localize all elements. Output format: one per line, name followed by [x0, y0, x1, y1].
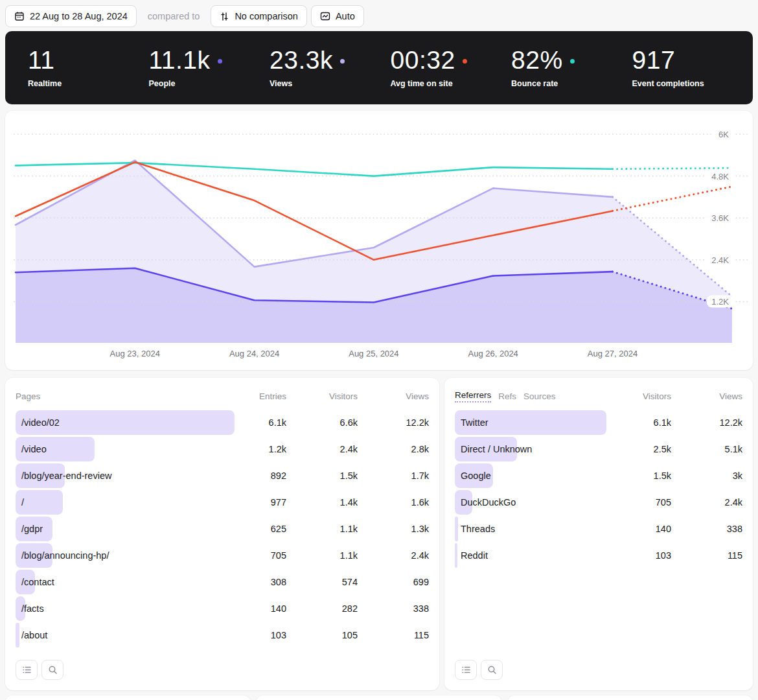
stat-dot [463, 59, 467, 64]
referrers-card-footer [455, 660, 742, 680]
row-link[interactable]: Threads [455, 517, 606, 541]
table-row: /video/026.1k6.6k12.2k [16, 410, 429, 435]
stats-bar: 11 Realtime 11.1k People 23.3k Views 00:… [5, 31, 753, 104]
row-label: Reddit [455, 550, 488, 561]
pages-table-body: /video/026.1k6.6k12.2k/video1.2k2.4k2.8k… [16, 410, 429, 649]
row-link[interactable]: /video/02 [16, 410, 235, 435]
x-axis-label: Aug 26, 2024 [468, 349, 518, 358]
toolbar: 22 Aug to 28 Aug, 2024 compared to No co… [5, 5, 753, 27]
date-range-label: 22 Aug to 28 Aug, 2024 [30, 11, 128, 21]
views-value: 12.2k [358, 417, 429, 428]
row-link[interactable]: Direct / Unknown [455, 437, 606, 461]
views-value: 2.4k [671, 497, 742, 508]
search-button[interactable] [481, 660, 503, 680]
row-link[interactable]: / [16, 490, 235, 515]
entries-value: 1.2k [235, 444, 286, 454]
stat-bounce-rate[interactable]: 82% Bounce rate [511, 47, 632, 89]
row-link[interactable]: Twitter [455, 410, 606, 435]
comparison-button[interactable]: No comparison [211, 5, 307, 27]
bottom-card [5, 695, 251, 700]
stat-people[interactable]: 11.1k People [149, 47, 270, 89]
row-link[interactable]: /facts [16, 596, 235, 621]
row-label: DuckDuckGo [455, 497, 516, 508]
row-link[interactable]: /video [16, 437, 235, 461]
entries-value: 625 [235, 524, 286, 534]
table-row: Threads140338 [455, 517, 742, 541]
row-link[interactable]: /blog/announcing-hp/ [16, 543, 235, 568]
visitors-value: 2.5k [606, 444, 671, 454]
column-header-visitors[interactable]: Visitors [606, 391, 671, 401]
search-button[interactable] [41, 660, 63, 680]
tab-referrers[interactable]: Referrers [455, 390, 491, 402]
pages-card-footer [16, 660, 429, 680]
referrers-card: Referrers Refs Sources Visitors Views Tw… [444, 378, 753, 690]
stat-value: 00:32 [391, 47, 455, 74]
entries-value: 892 [235, 471, 286, 481]
stat-value: 11.1k [149, 47, 211, 74]
tab-refs[interactable]: Refs [498, 391, 516, 401]
entries-value: 308 [235, 577, 286, 587]
column-header-views[interactable]: Views [671, 391, 742, 401]
stat-label: Realtime [28, 79, 149, 88]
traffic-chart[interactable]: 6K4.8K3.6K2.4K1.2KAug 23, 2024Aug 24, 20… [5, 111, 753, 370]
column-header-entries[interactable]: Entries [235, 391, 286, 401]
table-row: /contact308574699 [16, 570, 429, 594]
x-axis-label: Aug 23, 2024 [110, 349, 160, 358]
bottom-cards-row [5, 695, 753, 700]
stat-label: Views [270, 79, 391, 88]
row-link[interactable]: /about [16, 623, 235, 648]
row-link[interactable]: Reddit [455, 543, 606, 568]
visitors-value: 140 [606, 524, 671, 534]
row-label: /video/02 [16, 417, 60, 428]
list-view-button[interactable] [455, 660, 477, 680]
table-row: Twitter6.1k12.2k [455, 410, 742, 435]
row-label: Twitter [455, 417, 488, 428]
row-label: /video [16, 444, 47, 454]
pages-title: Pages [16, 391, 235, 401]
table-row: /blog/announcing-hp/7051.1k2.4k [16, 543, 429, 568]
views-value: 338 [671, 524, 742, 534]
views-value: 12.2k [671, 417, 742, 428]
visitors-value: 1.5k [286, 471, 358, 481]
views-value: 1.7k [358, 471, 429, 481]
tab-sources[interactable]: Sources [523, 391, 556, 401]
row-label: /gdpr [16, 524, 43, 534]
y-axis-label: 1.2K [707, 296, 733, 308]
tables-row: Pages Entries Visitors Views /video/026.… [5, 378, 753, 690]
row-link[interactable]: Google [455, 463, 606, 488]
visitors-value: 1.1k [286, 524, 358, 534]
stat-value: 917 [632, 47, 676, 74]
row-link[interactable]: /gdpr [16, 517, 235, 541]
row-link[interactable]: /contact [16, 570, 235, 594]
entries-value: 6.1k [235, 417, 286, 428]
row-link[interactable]: DuckDuckGo [455, 490, 606, 515]
list-view-button[interactable] [16, 660, 38, 680]
calendar-icon [14, 11, 25, 21]
stat-realtime[interactable]: 11 Realtime [28, 47, 149, 89]
row-link[interactable]: /blog/year-end-review [16, 463, 235, 488]
y-axis-label: 3.6K [707, 212, 733, 224]
y-axis-label: 6K [714, 128, 733, 141]
display-mode-label: Auto [336, 11, 355, 21]
referrers-table-header: Referrers Refs Sources Visitors Views [455, 388, 742, 404]
row-label: / [16, 497, 24, 508]
views-value: 699 [358, 577, 429, 587]
stat-views[interactable]: 23.3k Views [270, 47, 391, 89]
stat-label: People [149, 79, 270, 88]
visitors-value: 1.4k [286, 497, 358, 508]
stat-event-completions[interactable]: 917 Event completions [632, 47, 753, 89]
views-value: 338 [358, 603, 429, 614]
column-header-views[interactable]: Views [358, 391, 429, 401]
pages-table-header: Pages Entries Visitors Views [16, 388, 429, 404]
visitors-value: 1.5k [606, 471, 671, 481]
date-range-button[interactable]: 22 Aug to 28 Aug, 2024 [5, 5, 137, 27]
bottom-card [507, 695, 753, 700]
column-header-visitors[interactable]: Visitors [286, 391, 358, 401]
traffic-chart-card: 6K4.8K3.6K2.4K1.2KAug 23, 2024Aug 24, 20… [5, 111, 753, 370]
display-mode-button[interactable]: Auto [311, 5, 364, 27]
row-label: /blog/announcing-hp/ [16, 550, 109, 561]
y-axis-label: 4.8K [707, 170, 733, 182]
views-value: 1.6k [358, 497, 429, 508]
stat-avg-time[interactable]: 00:32 Avg time on site [391, 47, 512, 89]
visitors-value: 282 [286, 603, 358, 614]
